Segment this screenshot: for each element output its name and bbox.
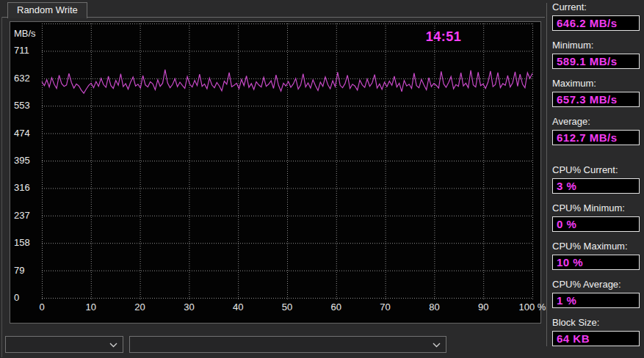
stat-value-box: 646.2 MB/s xyxy=(552,15,640,31)
stat-cpu-current: CPU% Current: 3 % xyxy=(552,164,640,194)
stat-value: 10 % xyxy=(553,255,639,269)
stat-value: 612.7 MB/s xyxy=(553,131,639,145)
y-axis-tick-label: 0 xyxy=(14,292,19,303)
stat-value-box: 612.7 MB/s xyxy=(552,130,640,145)
stat-value: 646.2 MB/s xyxy=(553,16,639,30)
stat-cpu-minimum: CPU% Minimum: 0 % xyxy=(552,202,640,232)
x-axis-tick-label: 100 % xyxy=(516,302,549,313)
y-axis-tick-label: 395 xyxy=(14,155,30,166)
x-axis-tick-label: 70 xyxy=(369,302,402,313)
stat-label: CPU% Average: xyxy=(552,279,640,291)
x-axis-tick-label: 30 xyxy=(173,302,205,313)
benchmark-window: Random Write MB/s 7116325534743953162371… xyxy=(0,0,644,358)
x-axis-tick-label: 80 xyxy=(418,302,450,313)
y-axis-tick-label: 316 xyxy=(14,182,30,193)
x-axis-tick-label: 50 xyxy=(271,302,303,313)
stat-value: 64 KB xyxy=(553,332,639,346)
x-axis-tick-label: 90 xyxy=(467,302,499,313)
stat-block-size: Block Size: 64 KB xyxy=(552,317,640,346)
stat-value-box: 1 % xyxy=(552,293,640,308)
stat-value-box: 3 % xyxy=(552,178,640,194)
stat-value: 657.3 MB/s xyxy=(553,92,639,106)
stat-value-box: 0 % xyxy=(552,216,640,232)
chevron-down-icon xyxy=(109,343,117,348)
stat-minimum: Minimum: 589.1 MB/s xyxy=(552,40,640,69)
tab-page-border-right xyxy=(546,3,547,346)
chart-panel: MB/s 711632553474395316237158790 0102030… xyxy=(10,21,541,324)
y-axis-tick-label: 79 xyxy=(14,265,24,276)
elapsed-time-label: 14:51 xyxy=(407,29,480,45)
stat-value-box: 657.3 MB/s xyxy=(552,92,640,107)
x-axis-tick-label: 40 xyxy=(222,302,254,313)
x-axis-tick-label: 10 xyxy=(75,302,107,313)
tab-random-write[interactable]: Random Write xyxy=(7,2,87,18)
stat-current: Current: 646.2 MB/s xyxy=(552,1,640,31)
y-axis-tick-label: 553 xyxy=(14,100,30,111)
stat-value-box: 589.1 MB/s xyxy=(552,54,640,69)
stat-label: CPU% Minimum: xyxy=(552,202,640,214)
x-axis-tick-label: 60 xyxy=(320,302,352,313)
stat-label: Block Size: xyxy=(552,317,640,329)
stat-value-box: 64 KB xyxy=(552,331,640,346)
stat-maximum: Maximum: 657.3 MB/s xyxy=(552,78,640,107)
stat-value-box: 10 % xyxy=(552,255,640,270)
tab-page-border-left xyxy=(1,17,2,357)
stat-value: 589.1 MB/s xyxy=(553,54,639,68)
stat-label: CPU% Current: xyxy=(552,164,640,176)
y-axis-tick-label: 474 xyxy=(14,128,30,139)
stat-value: 1 % xyxy=(553,293,639,307)
y-axis-tick-label: 237 xyxy=(14,210,30,221)
stat-label: Maximum: xyxy=(552,78,640,90)
chevron-down-icon xyxy=(433,343,441,348)
x-axis-tick-label: 20 xyxy=(124,302,156,313)
y-axis-tick-label: 632 xyxy=(14,73,30,84)
stat-value: 0 % xyxy=(553,217,639,231)
stat-label: CPU% Maximum: xyxy=(552,241,640,252)
stat-cpu-average: CPU% Average: 1 % xyxy=(552,279,640,308)
y-axis-unit-label: MB/s xyxy=(14,28,36,39)
stat-average: Average: 612.7 MB/s xyxy=(552,116,640,145)
speed-line-chart xyxy=(10,22,539,321)
test-type-select[interactable]: Random Write xyxy=(5,336,123,353)
y-axis-tick-label: 711 xyxy=(14,45,29,56)
x-axis-tick-label: 0 xyxy=(26,302,58,313)
stat-label: Current: xyxy=(552,1,640,13)
y-axis-tick-label: 158 xyxy=(14,237,30,248)
stat-cpu-maximum: CPU% Maximum: 10 % xyxy=(552,241,640,270)
stat-value: 3 % xyxy=(553,179,639,193)
stat-label: Average: xyxy=(552,116,640,128)
drive-select[interactable]: Disk Drive #4 [Samsung SSD 990 PRO with]… xyxy=(129,336,446,353)
stat-label: Minimum: xyxy=(552,40,640,51)
